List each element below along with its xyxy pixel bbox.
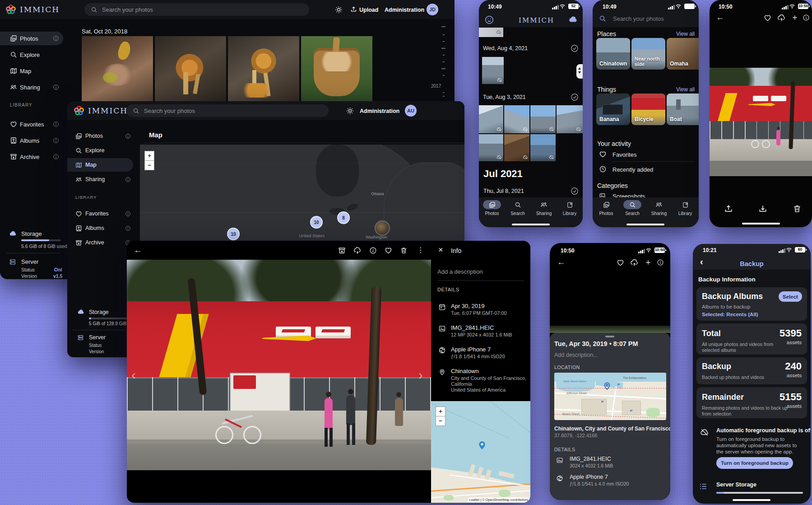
select-all-icon[interactable] bbox=[571, 187, 579, 195]
nav-tab-search[interactable]: Search bbox=[505, 200, 530, 216]
sidebar-item-photos[interactable]: Photos bbox=[67, 129, 136, 143]
add-icon[interactable] bbox=[645, 259, 652, 266]
nav-tab-library[interactable]: Library bbox=[673, 200, 698, 216]
nav-tab-library[interactable]: Library bbox=[557, 200, 582, 216]
location-map[interactable]: + − Leaflet | © OpenStreetMap contributo… bbox=[431, 401, 530, 503]
archive-icon[interactable] bbox=[338, 247, 346, 254]
back-icon[interactable] bbox=[557, 257, 565, 267]
photo-viewer[interactable] bbox=[127, 260, 431, 470]
profile-smiley-icon[interactable] bbox=[484, 15, 494, 25]
photo-thumbnail[interactable] bbox=[82, 36, 153, 102]
more-options-icon[interactable] bbox=[417, 246, 424, 254]
sidebar-item-albums[interactable]: Albums bbox=[67, 221, 136, 235]
photo-thumbnail[interactable] bbox=[301, 36, 372, 102]
favorite-heart-icon[interactable] bbox=[764, 14, 771, 22]
sidebar-item-explore[interactable]: Explore bbox=[67, 144, 136, 157]
back-icon[interactable] bbox=[134, 245, 142, 255]
nav-tab-photos[interactable]: Photos bbox=[594, 200, 619, 216]
photo-thumbnail[interactable] bbox=[504, 105, 529, 133]
select-all-icon[interactable] bbox=[571, 93, 579, 101]
upload-button[interactable]: Upload bbox=[359, 7, 378, 13]
photo-thumbnail[interactable] bbox=[479, 134, 503, 161]
search-input[interactable]: Search your photos bbox=[126, 104, 329, 117]
sidebar-item-albums[interactable]: Albums bbox=[0, 134, 63, 147]
sidebar-item-archive[interactable]: Archive bbox=[0, 150, 63, 164]
favorite-heart-icon[interactable] bbox=[617, 259, 624, 267]
search-input[interactable]: Search your photos bbox=[613, 15, 664, 22]
theme-toggle-icon[interactable] bbox=[335, 6, 343, 14]
info-icon[interactable] bbox=[369, 247, 377, 254]
location-map-thumbnail[interactable]: The Embarcadero Jefferson Street Beach S… bbox=[554, 373, 666, 420]
map-zoom-in-button[interactable]: + bbox=[436, 407, 445, 416]
trash-icon[interactable] bbox=[400, 247, 408, 254]
map-cluster-marker[interactable]: 10 bbox=[227, 228, 240, 240]
photo-sliver[interactable] bbox=[550, 326, 670, 333]
select-all-icon[interactable] bbox=[571, 44, 579, 52]
add-description-field[interactable]: Add a description bbox=[437, 268, 483, 275]
search-input[interactable]: Search your photos bbox=[84, 3, 309, 16]
nav-tab-sharing[interactable]: Sharing bbox=[646, 200, 672, 216]
drag-handle[interactable] bbox=[605, 336, 614, 337]
info-icon[interactable] bbox=[803, 14, 810, 21]
upload-cloud-icon[interactable] bbox=[630, 258, 639, 267]
timeline-scrollbar[interactable] bbox=[576, 64, 583, 79]
map-zoom-out-button[interactable]: − bbox=[436, 416, 445, 426]
place-thumbnail[interactable]: Omaha bbox=[667, 38, 699, 70]
sidebar-item-archive[interactable]: Archive bbox=[67, 236, 136, 249]
places-view-all-link[interactable]: View all bbox=[676, 31, 695, 37]
sidebar-item-explore[interactable]: Explore bbox=[0, 48, 63, 61]
administration-link[interactable]: Administration bbox=[385, 7, 424, 13]
photo-thumbnail[interactable] bbox=[228, 36, 299, 102]
turn-on-foreground-backup-button[interactable]: Turn on foreground backup bbox=[716, 457, 793, 469]
thing-thumbnail[interactable]: Banana bbox=[596, 94, 630, 125]
download-cloud-icon[interactable] bbox=[353, 247, 362, 255]
add-icon[interactable] bbox=[791, 14, 798, 21]
sidebar-item-map[interactable]: Map bbox=[0, 64, 63, 78]
cloud-user-icon[interactable] bbox=[568, 14, 578, 24]
upload-cloud-icon[interactable] bbox=[777, 14, 786, 22]
photo-thumbnail[interactable] bbox=[504, 134, 529, 161]
place-thumbnail[interactable]: Near north side bbox=[631, 38, 665, 70]
things-view-all-link[interactable]: View all bbox=[676, 86, 695, 93]
sidebar-item-favorites[interactable]: Favorites bbox=[67, 207, 136, 220]
archive-icon[interactable] bbox=[758, 204, 767, 213]
photo-thumbnail[interactable] bbox=[482, 57, 504, 84]
place-thumbnail[interactable]: Chinatown bbox=[596, 38, 630, 70]
back-icon[interactable] bbox=[716, 13, 724, 22]
map-cluster-marker[interactable]: 8 bbox=[337, 211, 350, 224]
nav-tab-photos[interactable]: Photos bbox=[479, 200, 505, 216]
theme-toggle-icon[interactable] bbox=[346, 107, 354, 115]
photo-thumbnail[interactable] bbox=[155, 36, 226, 102]
sidebar-item-photos[interactable]: Photos bbox=[0, 32, 63, 45]
thing-thumbnail[interactable]: Bicycle bbox=[631, 94, 665, 125]
next-photo-icon[interactable] bbox=[418, 367, 423, 383]
trash-icon[interactable] bbox=[793, 204, 802, 213]
photo-thumbnail[interactable] bbox=[557, 105, 583, 133]
info-icon[interactable] bbox=[657, 259, 664, 266]
close-icon[interactable] bbox=[438, 245, 443, 255]
nav-tab-search[interactable]: Search bbox=[620, 200, 645, 216]
photo-viewer[interactable] bbox=[710, 68, 812, 176]
sidebar-item-sharing[interactable]: Sharing bbox=[0, 80, 63, 94]
add-description-field[interactable]: Add description... bbox=[554, 352, 598, 358]
previous-photo-icon[interactable] bbox=[131, 367, 136, 383]
map-zoom-in-button[interactable]: + bbox=[144, 151, 154, 161]
photo-thumbnail[interactable] bbox=[479, 105, 503, 133]
sidebar-item-map-active[interactable]: Map bbox=[67, 158, 133, 172]
sidebar-item-sharing[interactable]: Sharing bbox=[67, 173, 136, 186]
photo-thumbnail[interactable] bbox=[530, 134, 556, 161]
recently-added-item[interactable]: Recently added bbox=[612, 166, 653, 173]
avatar[interactable]: AU bbox=[405, 105, 417, 117]
map-zoom-out-button[interactable]: − bbox=[144, 160, 154, 170]
thing-thumbnail[interactable]: Boat bbox=[667, 94, 699, 125]
administration-link[interactable]: Administration bbox=[360, 108, 399, 114]
favorites-item[interactable]: Favorites bbox=[612, 151, 636, 158]
map-cluster-marker[interactable]: 10 bbox=[310, 216, 323, 229]
photo-thumbnail[interactable] bbox=[530, 105, 556, 133]
nav-tab-sharing[interactable]: Sharing bbox=[531, 200, 557, 216]
sidebar-item-favorites[interactable]: Favorites bbox=[0, 117, 63, 131]
map-photo-marker[interactable] bbox=[375, 220, 390, 236]
share-icon[interactable] bbox=[724, 204, 733, 213]
avatar[interactable]: JD bbox=[427, 4, 438, 15]
select-button[interactable]: Select bbox=[779, 291, 802, 302]
